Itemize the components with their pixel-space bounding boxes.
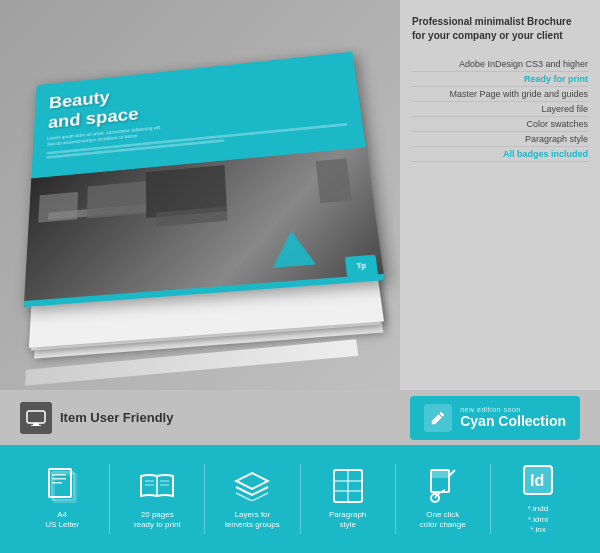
feature-layers: Layers forlements groups: [205, 468, 299, 531]
feature-indesign: Id *.indd*.idml*.inx: [491, 462, 585, 535]
feature-layers-label: Layers forlements groups: [225, 510, 280, 531]
info-panel: Professional minimalist Brochure for you…: [400, 0, 600, 390]
open-book-icon: [139, 471, 175, 501]
user-friendly-badge: Item User Friendly: [20, 402, 173, 434]
cyan-subtitle: new edition soon: [460, 406, 566, 413]
layers-svg-icon: [234, 471, 270, 501]
cyan-title: Cyan Collection: [460, 413, 566, 430]
svg-rect-1: [33, 423, 39, 425]
triangle-accent: [270, 229, 316, 267]
monitor-icon: [26, 408, 46, 428]
feature-indesign-label: *.indd*.idml*.inx: [528, 504, 548, 535]
product-description: Professional minimalist Brochure for you…: [412, 15, 588, 43]
brochure-stack: Beauty and space Lorem ipsum dolor sit a…: [10, 30, 370, 350]
features-list: Adobe InDesign CS3 and higher Ready for …: [412, 57, 588, 162]
pencil-icon-container: [424, 404, 452, 432]
badge-text: Tp: [356, 262, 366, 270]
middle-bar: Item User Friendly new edition soon Cyan…: [0, 390, 600, 445]
feature-item-6: Paragraph style: [412, 132, 588, 147]
feature-item-7: All badges included: [412, 147, 588, 162]
grid-paragraph-icon: [333, 469, 363, 503]
feature-a4: A4US Letter: [15, 468, 109, 531]
svg-text:Id: Id: [530, 472, 544, 489]
cyan-btn-text: new edition soon Cyan Collection: [460, 406, 566, 430]
brochure-mockup-panel: envato envato Beauty and space: [0, 0, 400, 390]
feature-item-1: Adobe InDesign CS3 and higher: [412, 57, 588, 72]
counter-shape: [87, 181, 146, 218]
feature-color: One clickcolor change: [396, 468, 490, 531]
feature-a4-label: A4US Letter: [45, 510, 79, 531]
paragraph-icon: [330, 468, 366, 504]
user-friendly-label: Item User Friendly: [60, 410, 173, 425]
feature-paragraph: Paragraphstyle: [301, 468, 395, 531]
svg-rect-21: [431, 470, 449, 478]
paper-icon: [46, 468, 78, 504]
feature-item-5: Color swatches: [412, 117, 588, 132]
user-friendly-icon: [20, 402, 52, 434]
pencil-icon: [430, 410, 446, 426]
feature-color-label: One clickcolor change: [420, 510, 466, 531]
book-icon: [139, 468, 175, 504]
svg-rect-0: [27, 411, 45, 423]
feature-paragraph-label: Paragraphstyle: [329, 510, 366, 531]
feature-pages: 20 pagesready to print: [110, 468, 204, 531]
color-icon: [425, 468, 461, 504]
color-change-icon: [427, 468, 459, 504]
indesign-icon: Id: [520, 462, 556, 498]
bottom-features-bar: A4US Letter 20 pagesready to print: [0, 445, 600, 553]
indesign-svg-icon: Id: [521, 463, 555, 497]
feature-item-2: Ready for print: [412, 72, 588, 87]
cyan-collection-button[interactable]: new edition soon Cyan Collection: [410, 396, 580, 440]
feature-pages-label: 20 pagesready to print: [134, 510, 181, 531]
top-section: envato envato Beauty and space: [0, 0, 600, 390]
svg-rect-2: [31, 425, 41, 426]
brochure-front: Beauty and space Lorem ipsum dolor sit a…: [24, 52, 385, 307]
feature-item-3: Master Page with gride and guides: [412, 87, 588, 102]
svg-marker-15: [236, 473, 268, 489]
a4-icon: [44, 468, 80, 504]
layers-icon: [234, 468, 270, 504]
feature-item-4: Layered file: [412, 102, 588, 117]
